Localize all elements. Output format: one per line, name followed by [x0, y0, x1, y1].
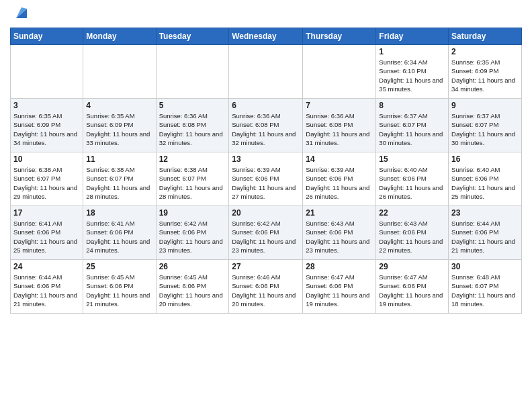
- day-cell: 3Sunrise: 6:35 AMSunset: 6:09 PMDaylight…: [11, 99, 83, 152]
- day-cell: 10Sunrise: 6:38 AMSunset: 6:07 PMDayligh…: [11, 152, 83, 206]
- day-number: 16: [451, 154, 519, 164]
- day-cell: [156, 45, 229, 99]
- day-cell: 14Sunrise: 6:39 AMSunset: 6:06 PMDayligh…: [303, 152, 376, 206]
- day-info: Sunrise: 6:44 AMSunset: 6:06 PMDaylight:…: [451, 219, 519, 255]
- day-cell: 24Sunrise: 6:44 AMSunset: 6:06 PMDayligh…: [11, 260, 83, 314]
- logo: [10, 7, 31, 22]
- day-number: 9: [451, 101, 519, 110]
- day-cell: 29Sunrise: 6:47 AMSunset: 6:06 PMDayligh…: [376, 260, 449, 314]
- day-header-sunday: Sunday: [11, 28, 83, 45]
- day-cell: 8Sunrise: 6:37 AMSunset: 6:07 PMDaylight…: [376, 99, 449, 152]
- day-info: Sunrise: 6:38 AMSunset: 6:07 PMDaylight:…: [86, 165, 152, 201]
- day-cell: 5Sunrise: 6:36 AMSunset: 6:08 PMDaylight…: [156, 99, 229, 152]
- day-info: Sunrise: 6:48 AMSunset: 6:07 PMDaylight:…: [451, 273, 519, 308]
- day-info: Sunrise: 6:34 AMSunset: 6:10 PMDaylight:…: [379, 58, 445, 93]
- week-row-1: 1Sunrise: 6:34 AMSunset: 6:10 PMDaylight…: [11, 45, 522, 99]
- day-number: 12: [159, 154, 226, 164]
- day-info: Sunrise: 6:44 AMSunset: 6:06 PMDaylight:…: [13, 273, 80, 308]
- day-cell: 4Sunrise: 6:35 AMSunset: 6:09 PMDaylight…: [83, 99, 156, 152]
- day-cell: 26Sunrise: 6:45 AMSunset: 6:06 PMDayligh…: [156, 260, 229, 314]
- day-number: 5: [159, 101, 226, 110]
- day-info: Sunrise: 6:45 AMSunset: 6:06 PMDaylight:…: [159, 273, 226, 308]
- week-row-5: 24Sunrise: 6:44 AMSunset: 6:06 PMDayligh…: [11, 260, 522, 314]
- day-info: Sunrise: 6:39 AMSunset: 6:06 PMDaylight:…: [306, 165, 373, 201]
- day-header-friday: Friday: [376, 28, 449, 45]
- day-number: 29: [379, 262, 445, 271]
- day-cell: 28Sunrise: 6:47 AMSunset: 6:06 PMDayligh…: [303, 260, 376, 314]
- day-number: 19: [159, 208, 226, 218]
- day-cell: 17Sunrise: 6:41 AMSunset: 6:06 PMDayligh…: [11, 206, 83, 260]
- day-header-thursday: Thursday: [303, 28, 376, 45]
- day-cell: [303, 45, 376, 99]
- day-number: 8: [379, 101, 445, 110]
- day-cell: 7Sunrise: 6:36 AMSunset: 6:08 PMDaylight…: [303, 99, 376, 152]
- day-number: 21: [306, 208, 373, 218]
- day-info: Sunrise: 6:40 AMSunset: 6:06 PMDaylight:…: [451, 165, 519, 201]
- day-number: 1: [379, 47, 445, 56]
- day-number: 20: [232, 208, 300, 218]
- day-cell: 11Sunrise: 6:38 AMSunset: 6:07 PMDayligh…: [83, 152, 156, 206]
- day-number: 13: [232, 154, 300, 164]
- day-info: Sunrise: 6:42 AMSunset: 6:06 PMDaylight:…: [159, 219, 226, 255]
- day-cell: 25Sunrise: 6:45 AMSunset: 6:06 PMDayligh…: [83, 260, 156, 314]
- day-header-saturday: Saturday: [449, 28, 522, 45]
- day-cell: 22Sunrise: 6:43 AMSunset: 6:06 PMDayligh…: [376, 206, 449, 260]
- day-cell: 30Sunrise: 6:48 AMSunset: 6:07 PMDayligh…: [449, 260, 522, 314]
- day-cell: [229, 45, 303, 99]
- day-number: 24: [13, 262, 80, 271]
- day-cell: [83, 45, 156, 99]
- day-number: 4: [86, 101, 152, 110]
- day-info: Sunrise: 6:45 AMSunset: 6:06 PMDaylight:…: [86, 273, 152, 308]
- day-cell: [11, 45, 83, 99]
- day-info: Sunrise: 6:36 AMSunset: 6:08 PMDaylight:…: [232, 111, 300, 147]
- day-info: Sunrise: 6:46 AMSunset: 6:06 PMDaylight:…: [232, 273, 300, 308]
- day-info: Sunrise: 6:47 AMSunset: 6:06 PMDaylight:…: [379, 273, 445, 308]
- day-cell: 2Sunrise: 6:35 AMSunset: 6:09 PMDaylight…: [449, 45, 522, 99]
- week-row-2: 3Sunrise: 6:35 AMSunset: 6:09 PMDaylight…: [11, 99, 522, 152]
- day-number: 22: [379, 208, 445, 218]
- day-number: 18: [86, 208, 152, 218]
- day-number: 26: [159, 262, 226, 271]
- day-cell: 9Sunrise: 6:37 AMSunset: 6:07 PMDaylight…: [449, 99, 522, 152]
- day-number: 15: [379, 154, 445, 164]
- day-number: 25: [86, 262, 152, 271]
- day-info: Sunrise: 6:36 AMSunset: 6:08 PMDaylight:…: [159, 111, 226, 147]
- day-cell: 16Sunrise: 6:40 AMSunset: 6:06 PMDayligh…: [449, 152, 522, 206]
- day-number: 27: [232, 262, 300, 271]
- week-row-3: 10Sunrise: 6:38 AMSunset: 6:07 PMDayligh…: [11, 152, 522, 206]
- day-number: 14: [306, 154, 373, 164]
- day-info: Sunrise: 6:41 AMSunset: 6:06 PMDaylight:…: [86, 219, 152, 255]
- day-info: Sunrise: 6:47 AMSunset: 6:06 PMDaylight:…: [306, 273, 373, 308]
- day-cell: 27Sunrise: 6:46 AMSunset: 6:06 PMDayligh…: [229, 260, 303, 314]
- logo-icon: [12, 3, 31, 22]
- day-info: Sunrise: 6:38 AMSunset: 6:07 PMDaylight:…: [159, 165, 226, 201]
- day-info: Sunrise: 6:37 AMSunset: 6:07 PMDaylight:…: [379, 111, 445, 147]
- day-info: Sunrise: 6:35 AMSunset: 6:09 PMDaylight:…: [451, 58, 519, 93]
- day-info: Sunrise: 6:42 AMSunset: 6:06 PMDaylight:…: [232, 219, 300, 255]
- header: [10, 7, 522, 22]
- day-info: Sunrise: 6:35 AMSunset: 6:09 PMDaylight:…: [13, 111, 80, 147]
- day-info: Sunrise: 6:43 AMSunset: 6:06 PMDaylight:…: [379, 219, 445, 255]
- day-info: Sunrise: 6:41 AMSunset: 6:06 PMDaylight:…: [13, 219, 80, 255]
- day-number: 17: [13, 208, 80, 218]
- day-number: 2: [451, 47, 519, 56]
- day-cell: 12Sunrise: 6:38 AMSunset: 6:07 PMDayligh…: [156, 152, 229, 206]
- page: SundayMondayTuesdayWednesdayThursdayFrid…: [0, 0, 532, 411]
- day-cell: 19Sunrise: 6:42 AMSunset: 6:06 PMDayligh…: [156, 206, 229, 260]
- day-info: Sunrise: 6:39 AMSunset: 6:06 PMDaylight:…: [232, 165, 300, 201]
- day-header-wednesday: Wednesday: [229, 28, 303, 45]
- day-cell: 6Sunrise: 6:36 AMSunset: 6:08 PMDaylight…: [229, 99, 303, 152]
- header-row: SundayMondayTuesdayWednesdayThursdayFrid…: [11, 28, 522, 45]
- day-cell: 21Sunrise: 6:43 AMSunset: 6:06 PMDayligh…: [303, 206, 376, 260]
- day-cell: 13Sunrise: 6:39 AMSunset: 6:06 PMDayligh…: [229, 152, 303, 206]
- week-row-4: 17Sunrise: 6:41 AMSunset: 6:06 PMDayligh…: [11, 206, 522, 260]
- day-cell: 1Sunrise: 6:34 AMSunset: 6:10 PMDaylight…: [376, 45, 449, 99]
- day-number: 11: [86, 154, 152, 164]
- day-cell: 18Sunrise: 6:41 AMSunset: 6:06 PMDayligh…: [83, 206, 156, 260]
- day-header-monday: Monday: [83, 28, 156, 45]
- day-info: Sunrise: 6:40 AMSunset: 6:06 PMDaylight:…: [379, 165, 445, 201]
- day-info: Sunrise: 6:35 AMSunset: 6:09 PMDaylight:…: [86, 111, 152, 147]
- calendar: SundayMondayTuesdayWednesdayThursdayFrid…: [10, 28, 522, 314]
- day-cell: 15Sunrise: 6:40 AMSunset: 6:06 PMDayligh…: [376, 152, 449, 206]
- day-header-tuesday: Tuesday: [156, 28, 229, 45]
